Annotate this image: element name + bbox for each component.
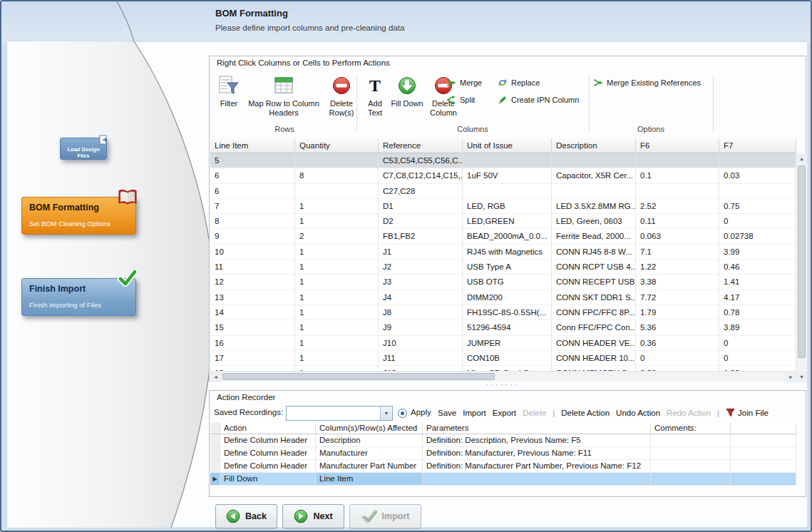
bom-cell[interactable]: JUMPER [463, 336, 552, 351]
bom-cell[interactable]: 0.46 [719, 260, 796, 275]
bom-cell[interactable]: 0 [636, 351, 719, 366]
bom-cell[interactable]: Capacitor, X5R Cer... [552, 168, 636, 183]
action-cell[interactable]: Definition: Manufacturer, Previous Name:… [423, 447, 651, 460]
split-button[interactable]: Split [446, 93, 475, 106]
bom-cell[interactable]: 1.22 [636, 260, 719, 275]
bom-cell[interactable]: 1 [295, 275, 379, 290]
delete-rows-button[interactable]: Delete Row(s) [325, 73, 358, 118]
column-header-affected[interactable]: Column(s)/Row(s) Affected [316, 423, 423, 434]
action-cell[interactable] [423, 473, 651, 486]
column-header-f6[interactable]: F6 [636, 138, 719, 153]
bom-cell[interactable] [295, 153, 379, 168]
bom-cell[interactable]: LED,GREEN [463, 214, 552, 229]
bom-cell[interactable]: Ferrite Bead, 2000... [552, 229, 636, 244]
replace-button[interactable]: Replace [498, 76, 540, 89]
bom-cell[interactable]: 0.03 [719, 168, 796, 183]
bom-cell[interactable]: J11 [379, 351, 463, 366]
action-cell[interactable] [731, 447, 796, 460]
bom-table-row[interactable]: 68C7,C8,C12,C14,C15,...1uF 50VCapacitor,… [210, 168, 796, 183]
apply-label[interactable]: Apply [411, 408, 431, 416]
bom-cell[interactable]: 7.72 [636, 290, 719, 305]
bom-cell[interactable]: CONN SKT DDR1 S... [552, 290, 636, 305]
bom-cell[interactable]: 1 [295, 260, 379, 275]
action-cell[interactable] [651, 434, 731, 447]
next-button[interactable]: Next [282, 504, 344, 528]
bom-cell[interactable]: CONN HEADER VE... [552, 336, 636, 351]
column-header-action[interactable]: Action [220, 423, 316, 434]
bom-cell[interactable]: J8 [379, 305, 463, 320]
bom-cell[interactable]: BEAD_2000mA_0.0... [463, 229, 552, 244]
bom-cell[interactable]: CONN RJ45 8-8 W... [552, 245, 636, 260]
row-selector[interactable] [210, 434, 220, 447]
bom-cell[interactable]: 0.1 [636, 168, 719, 183]
bom-cell[interactable]: DIMM200 [463, 290, 552, 305]
bom-cell[interactable]: 1 [295, 336, 379, 351]
bom-cell[interactable]: 1uF 50V [463, 168, 552, 183]
action-cell[interactable]: Definition: Manufacturer Part Number, Pr… [423, 460, 651, 473]
filter-button[interactable]: Filter [215, 73, 242, 108]
scroll-down-icon[interactable]: ▼ [796, 372, 807, 382]
wizard-step-bom-formatting[interactable]: BOM Formatting Set BOM Cleaning Options [21, 197, 136, 235]
column-header-line-item[interactable]: Line Item [210, 138, 295, 153]
action-cell[interactable]: Manufacturer [316, 447, 423, 460]
bom-cell[interactable]: 1.41 [719, 275, 796, 290]
horizontal-scroll-thumb[interactable] [222, 373, 495, 380]
create-ipn-column-button[interactable]: Create IPN Column [498, 93, 579, 106]
bom-cell[interactable]: 0 [719, 351, 796, 366]
bom-cell[interactable] [636, 184, 719, 199]
column-header-comments[interactable]: Comments: [651, 423, 731, 434]
bom-cell[interactable]: 13 [210, 290, 295, 305]
bom-cell[interactable]: 8 [295, 168, 379, 183]
action-cell[interactable] [731, 434, 796, 447]
bom-table-row[interactable]: 5C53,C54,C55,C56,C... [210, 153, 796, 168]
merge-existing-references-button[interactable]: Merge Existing References [593, 76, 701, 89]
bom-cell[interactable]: J1 [379, 245, 463, 260]
bom-cell[interactable]: C27,C28 [379, 184, 463, 199]
bom-cell[interactable]: CONN MEMORY C... [552, 366, 636, 371]
bom-table-row[interactable]: 92FB1,FB2BEAD_2000mA_0.0...Ferrite Bead,… [210, 229, 796, 244]
bom-cell[interactable]: 0.75 [719, 199, 796, 214]
bom-cell[interactable]: J9 [379, 320, 463, 335]
bom-cell[interactable]: 5 [210, 153, 295, 168]
bom-cell[interactable]: 5.36 [636, 320, 719, 335]
combo-arrow-icon[interactable]: ▼ [380, 406, 392, 420]
bom-cell[interactable]: D1 [379, 199, 463, 214]
bom-cell[interactable]: 7.1 [636, 245, 719, 260]
join-file-link[interactable]: Join File [726, 408, 769, 417]
action-cell[interactable]: Fill Down [220, 473, 316, 486]
bom-cell[interactable]: J3 [379, 275, 463, 290]
bom-table-row[interactable]: 101J1RJ45 with MagneticsCONN RJ45 8-8 W.… [210, 245, 796, 260]
row-selector-icon[interactable]: ▶ [210, 473, 220, 486]
bom-cell[interactable]: 1 [295, 351, 379, 366]
action-cell[interactable] [731, 460, 796, 473]
back-button[interactable]: Back [215, 504, 277, 528]
undo-action-link[interactable]: Undo Action [616, 409, 660, 417]
action-cell[interactable]: Definition: Description, Previous Name: … [423, 434, 651, 447]
action-cell[interactable]: Define Column Header [220, 447, 316, 460]
bom-cell[interactable]: 12 [210, 275, 295, 290]
bom-cell[interactable]: 1 [295, 245, 379, 260]
save-link[interactable]: Save [438, 409, 456, 417]
bom-table-row[interactable]: 151J951296-4594Conn FFC/FPC Con...5.363.… [210, 320, 796, 335]
bom-cell[interactable]: 0.36 [636, 336, 719, 351]
bom-cell[interactable]: 1 [295, 366, 379, 371]
bom-cell[interactable]: CONN RECEPT USB... [552, 275, 636, 290]
bom-cell[interactable] [636, 153, 719, 168]
bom-cell[interactable] [295, 184, 379, 199]
bom-cell[interactable]: 8 [210, 214, 295, 229]
bom-table-row[interactable]: 81D2LED,GREENLED, Green, 06030.110 [210, 214, 796, 229]
bom-cell[interactable]: 4.17 [719, 290, 796, 305]
map-row-to-column-headers-button[interactable]: Map Row to Column Headers [244, 73, 324, 118]
bom-table-row[interactable]: 71D1LED, RGBLED 3.5X2.8MM RG...2.520.75 [210, 199, 796, 214]
bom-table-row[interactable]: 161J10JUMPERCONN HEADER VE...0.360 [210, 336, 796, 351]
column-header-unit-of-issue[interactable]: Unit of Issue [463, 138, 552, 153]
bom-cell[interactable]: 6 [210, 168, 295, 183]
bom-cell[interactable]: USB OTG [463, 275, 552, 290]
fill-down-button[interactable]: Fill Down [391, 73, 423, 108]
action-row[interactable]: Define Column HeaderDescriptionDefinitio… [210, 434, 796, 447]
action-row[interactable]: ▶Fill DownLine Item [210, 473, 796, 486]
bom-cell[interactable]: CON10B [463, 351, 552, 366]
delete-action-link[interactable]: Delete Action [561, 409, 610, 417]
bom-vertical-scrollbar[interactable]: ▲ ▼ [796, 153, 807, 382]
import-link[interactable]: Import [463, 409, 486, 417]
